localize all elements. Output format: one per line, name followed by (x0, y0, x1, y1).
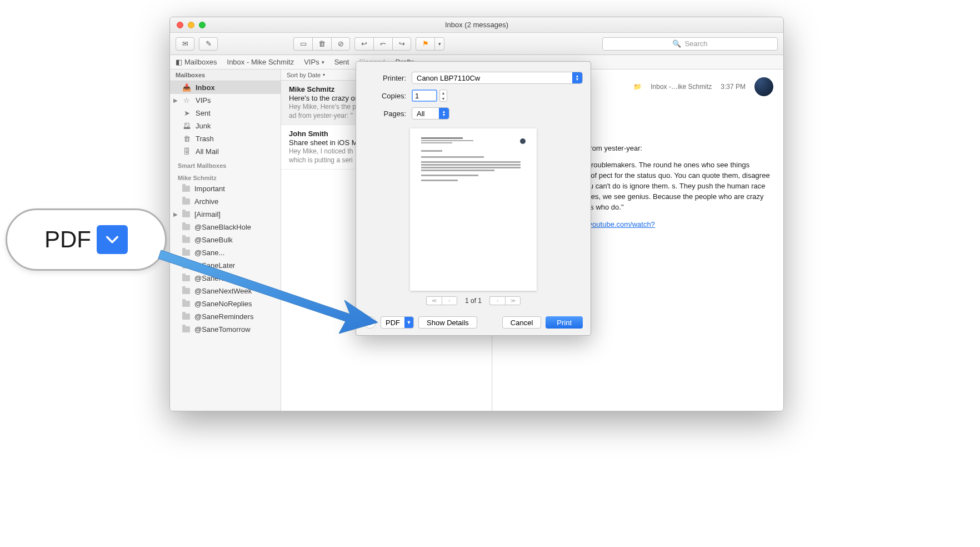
next-page-button[interactable]: › (489, 296, 505, 305)
sidebar-folder[interactable]: @SaneTomorrow (170, 323, 281, 336)
folder-icon (182, 186, 190, 192)
flag-group: ⚑ ▾ (416, 37, 444, 51)
folder-icon (182, 262, 190, 268)
sidebar-item-label: VIPs (196, 96, 211, 105)
pdf-menu-button[interactable]: PDF ▼ (381, 316, 414, 329)
fav-vips[interactable]: VIPs▾ (304, 58, 324, 66)
reply-button[interactable]: ↩ (354, 37, 373, 51)
sidebar-item-label: @SaneReminders (194, 312, 253, 321)
sidebar-header: Mailboxes (170, 69, 281, 81)
chevron-down-icon: ▾ (438, 41, 441, 47)
sidebar-folder[interactable]: @SaneBlackHole (170, 221, 281, 233)
search-placeholder: Search (684, 39, 707, 48)
cancel-button[interactable]: Cancel (502, 316, 541, 329)
forward-icon: ↪ (399, 39, 405, 48)
sidebar-folder[interactable]: ▶[Airmail] (170, 208, 281, 221)
compose-icon: ✎ (206, 39, 212, 48)
print-preview: ≪ ‹ 1 of 1 › ≫ (364, 125, 583, 309)
chevron-down-icon: ▼ (404, 317, 413, 328)
sidebar-item-trash[interactable]: 🗑Trash (170, 132, 281, 145)
sidebar-folder[interactable]: @SaneBulk (170, 233, 281, 246)
fav-sent[interactable]: Sent (334, 58, 349, 66)
prev-page-button[interactable]: ‹ (442, 296, 457, 305)
sidebar-item-label: @SaneBulk (194, 236, 233, 244)
last-page-button[interactable]: ≫ (505, 296, 521, 305)
sidebar-item-label: Sent (196, 109, 211, 117)
sidebar-item-junk[interactable]: 🗳Junk (170, 120, 281, 132)
printer-label: Printer: (364, 74, 412, 82)
sidebar-item-vips[interactable]: ▶☆VIPs (170, 94, 281, 107)
show-details-button[interactable]: Show Details (418, 316, 477, 329)
flag-button[interactable]: ⚑ (416, 37, 434, 51)
flag-icon: ⚑ (422, 39, 429, 48)
search-field[interactable]: 🔍 Search (602, 37, 778, 51)
sidebar-item-label: @SaneTomorrow (194, 325, 251, 334)
folder-icon (182, 326, 190, 332)
sidebar-item-label: Junk (196, 122, 211, 130)
window-title: Inbox (2 messages) (170, 21, 783, 29)
titlebar: Inbox (2 messages) (170, 17, 783, 33)
get-mail-button[interactable]: ✉︎ (176, 37, 194, 51)
sidebar-item-label: @Sane... (194, 248, 224, 257)
folder-icon (182, 237, 190, 243)
chevron-down-icon: ▾ (322, 59, 324, 65)
preview-page (410, 128, 537, 291)
account-header: Mike Schmitz (170, 170, 281, 182)
pages-select[interactable]: All ▲▼ (412, 107, 449, 120)
sidebar-folder[interactable]: @SaneLater (170, 259, 281, 272)
chevron-down-icon: ▾ (323, 72, 325, 77)
avatar (754, 77, 773, 96)
search-icon: 🔍 (672, 39, 681, 48)
printer-select[interactable]: Canon LBP7110Cw ▲▼ (412, 72, 583, 84)
fav-inbox[interactable]: Inbox - Mike Schmitz (227, 58, 294, 66)
fav-mailboxes[interactable]: ◧ Mailboxes (176, 58, 217, 66)
sidebar-folder[interactable]: @SaneNoReplies (170, 297, 281, 310)
help-button[interactable]: ? (364, 316, 376, 329)
sidebar-folder[interactable]: Important (170, 182, 281, 195)
folder-icon (182, 288, 190, 294)
archive-icon: 🗄 (182, 147, 191, 156)
preview-pager: ≪ ‹ 1 of 1 › ≫ (426, 296, 521, 305)
archive-icon: ▭ (300, 39, 307, 48)
disclosure-icon: ▶ (173, 97, 178, 103)
trash-icon: 🗑 (182, 135, 191, 143)
compose-button[interactable]: ✎ (199, 37, 218, 51)
reply-icon: ↩ (361, 39, 367, 48)
first-page-button[interactable]: ≪ (426, 296, 442, 305)
folder-icon: 📁 (633, 83, 642, 91)
sidebar-folder[interactable]: @Sane... (170, 246, 281, 259)
sidebar-item-sent[interactable]: ➤Sent (170, 107, 281, 120)
sidebar-item-label: @SaneNextWeek (194, 287, 252, 295)
copies-label: Copies: (364, 92, 412, 100)
flag-menu-button[interactable]: ▾ (434, 37, 444, 51)
trash-button[interactable]: 🗑 (312, 37, 331, 51)
delete-group: ▭ 🗑 ⊘ (293, 37, 350, 51)
folder-icon (182, 198, 190, 205)
folder-icon (182, 250, 190, 256)
smart-mailboxes-header: Smart Mailboxes (170, 158, 281, 170)
sidebar-folder[interactable]: @SaneReminders (170, 310, 281, 323)
sent-icon: ➤ (182, 109, 191, 117)
print-button[interactable]: Print (546, 316, 583, 329)
sidebar-item-all-mail[interactable]: 🗄All Mail (170, 145, 281, 158)
callout-pdf: PDF (6, 208, 167, 271)
reply-all-button[interactable]: ⤺ (373, 37, 392, 51)
reader-time: 3:37 PM (721, 83, 746, 91)
copies-stepper[interactable]: ▲▼ (439, 89, 447, 102)
archive-button[interactable]: ▭ (293, 37, 312, 51)
star-icon: ☆ (182, 96, 191, 105)
disclosure-icon: ▶ (173, 211, 178, 217)
sidebar-folder[interactable]: Archive (170, 195, 281, 208)
sidebar-toggle-icon: ◧ (176, 58, 182, 66)
junk-button[interactable]: ⊘ (331, 37, 350, 51)
sidebar-item-inbox[interactable]: 📥Inbox (170, 81, 281, 94)
sidebar-folder[interactable]: @SaneNews (170, 272, 281, 285)
sidebar-folder[interactable]: @SaneNextWeek (170, 285, 281, 297)
sidebar-item-label: Archive (194, 197, 218, 206)
copies-input[interactable] (412, 89, 437, 102)
updown-icon: ▲▼ (439, 108, 449, 119)
junk-icon: ⊘ (338, 39, 344, 48)
callout-label: PDF (44, 226, 91, 253)
forward-button[interactable]: ↪ (392, 37, 411, 51)
sidebar-item-label: [Airmail] (194, 210, 221, 218)
